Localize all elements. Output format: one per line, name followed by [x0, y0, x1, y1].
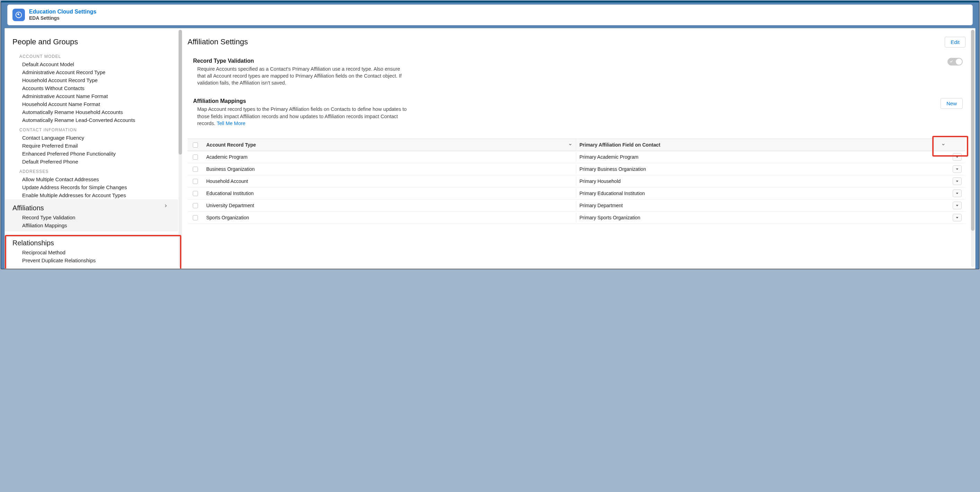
cell-primary-affiliation-field: Primary Academic Program [576, 152, 949, 162]
new-button[interactable]: New [940, 98, 963, 109]
table-row: Business OrganizationPrimary Business Or… [188, 163, 966, 175]
row-checkbox[interactable] [193, 203, 198, 208]
row-actions-button[interactable] [953, 214, 962, 221]
content-wrap: People and Groups ACCOUNT MODEL Default … [1, 28, 979, 269]
settings-main: Affiliation Settings Edit Record Type Va… [178, 29, 975, 268]
content: People and Groups ACCOUNT MODEL Default … [5, 28, 975, 269]
table-row: Household AccountPrimary Household [188, 175, 966, 187]
svg-marker-5 [956, 193, 959, 194]
row-actions-button[interactable] [953, 177, 962, 185]
cell-primary-affiliation-field: Primary Household [576, 176, 949, 186]
col-primary-affiliation-field[interactable]: Primary Affiliation Field on Contact [576, 139, 949, 151]
sidebar-item-contact-info-0[interactable]: Contact Language Fluency [13, 134, 174, 142]
sidebar-item-account-model-3[interactable]: Accounts Without Contacts [13, 84, 174, 92]
sidebar-item-addresses-1[interactable]: Update Address Records for Simple Change… [13, 183, 174, 191]
sidebar-item-account-model-2[interactable]: Household Account Record Type [13, 76, 174, 84]
cell-primary-affiliation-field: Primary Educational Institution [576, 188, 949, 198]
sidebar-group-people: People and Groups [13, 35, 174, 51]
main-scrollbar[interactable] [970, 29, 975, 268]
chevron-right-icon [163, 203, 170, 209]
record-type-validation-toggle[interactable] [947, 58, 963, 65]
sidebar-item-affiliations-1[interactable]: Affiliation Mappings [13, 221, 174, 229]
main-header: Affiliation Settings Edit [188, 37, 966, 48]
sidebar-item-affiliations-0[interactable]: Record Type Validation [13, 213, 174, 221]
table-row: University DepartmentPrimary Department [188, 200, 966, 212]
page-header-subtitle: EDA Settings [29, 15, 97, 21]
sidebar-group-relationships[interactable]: Relationships [13, 232, 174, 248]
row-checkbox[interactable] [193, 155, 198, 160]
cell-primary-affiliation-field: Primary Sports Organization [576, 213, 949, 222]
sidebar-item-relationships-0[interactable]: Reciprocal Method [13, 248, 174, 256]
sidebar-item-account-model-4[interactable]: Administrative Account Name Format [13, 92, 174, 100]
settings-app-icon [13, 9, 25, 21]
svg-marker-4 [956, 181, 959, 182]
cell-account-record-type: University Department [203, 201, 576, 210]
app-frame: Education Cloud Settings EDA Settings Pe… [1, 1, 979, 269]
cell-account-record-type: Household Account [203, 176, 576, 186]
sidebar-item-account-model-5[interactable]: Household Account Name Format [13, 100, 174, 108]
page-header-wrap: Education Cloud Settings EDA Settings [1, 2, 979, 28]
cell-primary-affiliation-field: Primary Business Organization [576, 164, 949, 174]
cell-primary-affiliation-field: Primary Department [576, 201, 949, 210]
sidebar-cat-contact-info: CONTACT INFORMATION [13, 124, 174, 134]
affiliation-mappings-desc: Map Account record types to the Primary … [193, 106, 409, 127]
chevron-down-icon [941, 142, 945, 148]
affiliation-mappings-table: Account Record Type Primary Affiliation … [188, 139, 966, 224]
sidebar-cat-addresses: ADDRESSES [13, 166, 174, 175]
setting-record-type-validation: Record Type Validation Require Accounts … [188, 58, 966, 86]
cell-account-record-type: Academic Program [203, 152, 576, 162]
setting-affiliation-mappings: Affiliation Mappings Map Account record … [188, 98, 966, 127]
row-checkbox[interactable] [193, 179, 198, 184]
col-account-record-type[interactable]: Account Record Type [203, 139, 576, 151]
sidebar-item-addresses-0[interactable]: Allow Multiple Contact Addresses [13, 175, 174, 183]
svg-marker-1 [17, 13, 19, 15]
sidebar-item-relationships-1[interactable]: Prevent Duplicate Relationships [13, 256, 174, 264]
svg-marker-6 [956, 205, 959, 206]
sidebar-group-affiliations[interactable]: Affiliations [13, 199, 44, 213]
table-row: Academic ProgramPrimary Academic Program [188, 151, 966, 163]
affiliation-mappings-label: Affiliation Mappings [193, 98, 409, 104]
row-checkbox[interactable] [193, 191, 198, 196]
row-checkbox[interactable] [193, 167, 198, 172]
page-header-title: Education Cloud Settings [29, 8, 97, 15]
page-header-titles: Education Cloud Settings EDA Settings [29, 8, 97, 21]
settings-sidebar[interactable]: People and Groups ACCOUNT MODEL Default … [5, 29, 178, 268]
tell-me-more-link[interactable]: Tell Me More [216, 121, 245, 126]
record-type-validation-desc: Require Accounts specified as a Contact'… [193, 65, 409, 86]
record-type-validation-label: Record Type Validation [193, 58, 409, 64]
page-title: Affiliation Settings [188, 37, 248, 46]
sidebar-group-affiliations-block: Affiliations Record Type ValidationAffil… [5, 199, 178, 232]
sidebar-item-contact-info-3[interactable]: Default Preferred Phone [13, 158, 174, 166]
sidebar-item-account-model-6[interactable]: Automatically Rename Household Accounts [13, 108, 174, 116]
row-actions-button[interactable] [953, 190, 962, 197]
sidebar-item-account-model-1[interactable]: Administrative Account Record Type [13, 68, 174, 76]
select-all-checkbox[interactable] [193, 142, 198, 148]
row-actions-button[interactable] [953, 165, 962, 173]
page-header: Education Cloud Settings EDA Settings [7, 5, 973, 25]
chevron-down-icon [568, 142, 572, 148]
table-header: Account Record Type Primary Affiliation … [188, 139, 966, 151]
sidebar-item-contact-info-2[interactable]: Enhanced Preferred Phone Functionality [13, 150, 174, 158]
svg-marker-7 [956, 217, 959, 219]
cell-account-record-type: Educational Institution [203, 188, 576, 198]
table-row: Educational InstitutionPrimary Education… [188, 187, 966, 200]
sidebar-item-account-model-0[interactable]: Default Account Model [13, 60, 174, 68]
cell-account-record-type: Business Organization [203, 164, 576, 174]
row-actions-button[interactable] [953, 202, 962, 209]
sidebar-item-contact-info-1[interactable]: Require Preferred Email [13, 142, 174, 150]
table-row: Sports OrganizationPrimary Sports Organi… [188, 212, 966, 224]
edit-button[interactable]: Edit [945, 37, 966, 48]
cell-account-record-type: Sports Organization [203, 213, 576, 222]
sidebar-item-account-model-7[interactable]: Automatically Rename Lead-Converted Acco… [13, 116, 174, 124]
sidebar-cat-account-model: ACCOUNT MODEL [13, 51, 174, 60]
row-actions-button[interactable] [953, 153, 962, 161]
sidebar-item-addresses-2[interactable]: Enable Multiple Addresses for Account Ty… [13, 191, 174, 199]
svg-marker-3 [956, 169, 959, 170]
row-checkbox[interactable] [193, 215, 198, 220]
svg-marker-2 [956, 157, 959, 158]
check-icon [949, 59, 953, 64]
